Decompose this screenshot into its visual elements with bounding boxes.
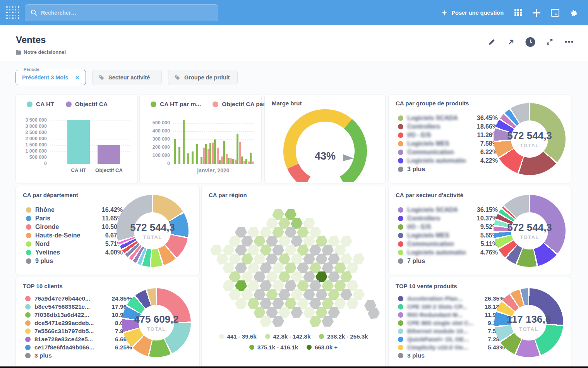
legend-row[interactable]: I/O - E/S9.52% — [398, 223, 498, 231]
search-input[interactable] — [41, 10, 213, 16]
card-ca-region-map[interactable]: CA par région 441 - 39.6k42.8k - 142.8k2… — [201, 186, 386, 368]
legend-row[interactable]: Yvelines4.00% — [26, 248, 123, 257]
legend-row[interactable]: Rhône16.42% — [26, 206, 123, 214]
bar-ca-ht[interactable] — [209, 143, 211, 164]
legend-row[interactable]: Logiciels MES5.55% — [398, 231, 498, 240]
legend-row[interactable]: dce5471e299acdeb...8.69% — [25, 319, 132, 327]
legend-row[interactable]: Ethernet module 10...7.55% — [398, 327, 505, 335]
bar-ca-ht[interactable] — [232, 159, 234, 164]
gauge-chart[interactable]: 43% — [265, 105, 386, 182]
legend-row[interactable]: Hauts-de-Seine6.67% — [26, 231, 123, 240]
auto-refresh-clock-icon[interactable] — [525, 37, 535, 47]
bar-ca-ht[interactable] — [241, 156, 243, 164]
filter-secteur[interactable]: Secteur activité — [92, 70, 162, 85]
legend-row[interactable]: 7e5566c31b797db5...7.93% — [25, 327, 132, 335]
legend-row[interactable]: Acceleration Plan...26.35% — [398, 294, 505, 303]
legend-row[interactable]: I/O - E/S11.26% — [398, 131, 498, 139]
card-ca-secteur[interactable]: CA par secteur d'activité Logiciels SCAD… — [388, 186, 571, 275]
legend-row[interactable]: RIO Redundant M...11.91% — [398, 311, 505, 319]
card-ca-departement[interactable]: CA par département Rhône16.42%Paris11.65… — [15, 186, 200, 275]
bar-ca-ht[interactable] — [201, 157, 202, 164]
sql-editor-icon[interactable] — [551, 9, 559, 17]
map-legend-dot — [249, 345, 254, 350]
card-ca-vs-objectif[interactable]: CA HTObjectif CA 3 500 0003 000 0002 500… — [15, 94, 138, 183]
legend-row[interactable]: Logiciels SCADA36.45% — [398, 114, 498, 122]
bar-objectif-ca[interactable] — [252, 162, 254, 164]
more-options-icon[interactable] — [564, 37, 574, 47]
metabase-logo-icon[interactable] — [6, 6, 19, 19]
bar-ca-ht[interactable] — [237, 134, 238, 164]
bar-Objectif CA[interactable] — [98, 145, 120, 164]
settings-gear-icon[interactable] — [569, 9, 578, 17]
donut-chart[interactable]: 572 544,3 TOTAL — [117, 195, 189, 267]
legend-row[interactable]: 7 plus — [398, 257, 498, 265]
card-marge-brut[interactable]: Marge brut 43% — [264, 94, 386, 183]
legend-row[interactable]: Logiciels SCADA36.15% — [398, 206, 498, 214]
legend-row[interactable]: Gironde10.50% — [26, 223, 123, 231]
bar-chart-ca-objectif[interactable]: 3 500 0003 000 0002 500 0002 000 0001 50… — [50, 119, 130, 164]
bar-ca-ht[interactable] — [219, 160, 221, 164]
bar-ca-ht[interactable] — [228, 158, 230, 164]
bar-chart-ca-par-mois[interactable]: 500 000400 000300 000200 000100 0000janv… — [173, 119, 254, 164]
breadcrumb[interactable]: Notre décisionnel — [16, 49, 66, 55]
bar-ca-ht[interactable] — [205, 144, 207, 164]
legend-row[interactable]: 76a9d47e76b44e0...24.85% — [25, 294, 132, 303]
browse-data-icon[interactable] — [514, 9, 522, 17]
legend-row[interactable]: Logiciels automation4.22% — [398, 156, 498, 165]
legend-row[interactable]: 3 plus — [398, 165, 498, 174]
legend-row[interactable]: QuickPanel+ 15, GE...7.28% — [398, 335, 505, 343]
legend-label: Controllers — [407, 123, 466, 130]
legend-row[interactable]: CPE 865 single slot C...9.13% — [398, 319, 505, 327]
donut-chart[interactable]: 117 136,6 TOTAL — [494, 288, 563, 357]
legend-row[interactable]: Controllers18.66% — [398, 122, 498, 131]
legend-row[interactable]: Cimplicity v10.0 Vie...5.43% — [398, 343, 505, 351]
legend-row[interactable]: Logiciels MES7.58% — [398, 139, 498, 148]
bar-ca-ht[interactable] — [250, 153, 252, 164]
donut-chart[interactable]: 572 544,3 TOTAL — [494, 103, 566, 175]
legend-row[interactable]: CPE 100 2 Slots CP...18.18% — [398, 303, 505, 311]
edit-pencil-icon[interactable] — [487, 37, 497, 47]
clear-filter-icon[interactable]: ✕ — [75, 75, 79, 81]
legend-row[interactable]: 3 plus — [398, 351, 505, 359]
legend-row[interactable]: Controllers10.37% — [398, 214, 498, 223]
bar-ca-ht[interactable] — [192, 151, 194, 164]
legend-item[interactable]: Objectif CA — [66, 101, 108, 108]
bar-ca-ht[interactable] — [187, 153, 189, 164]
card-top10-clients[interactable]: TOP 10 clients 76a9d47e76b44e0...24.85%b… — [15, 277, 200, 368]
bar-ca-ht[interactable] — [245, 159, 247, 164]
legend-item[interactable]: CA HT par m... — [151, 101, 201, 108]
donut-chart[interactable]: 475 609,2 TOTAL — [122, 288, 191, 357]
donut-chart[interactable]: 572 544,3 TOTAL — [494, 195, 566, 267]
bar-ca-ht[interactable] — [178, 147, 180, 164]
new-item-icon[interactable] — [532, 9, 541, 17]
card-ca-par-mois[interactable]: CA HT par m...Objectif CA par m... 500 0… — [139, 94, 262, 183]
card-ca-groupe-produits[interactable]: CA par groupe de produits Logiciels SCAD… — [388, 94, 571, 183]
legend-row[interactable]: Communication5.11% — [398, 240, 498, 248]
legend-row[interactable]: Nord5.71% — [26, 240, 123, 248]
bar-CA HT[interactable] — [67, 120, 90, 164]
legend-row[interactable]: 3 plus — [25, 351, 132, 359]
legend-row[interactable]: Paris11.65% — [26, 214, 123, 223]
filter-groupe-produit[interactable]: Groupe de prduit — [168, 70, 238, 85]
bar-ca-ht[interactable] — [174, 139, 176, 164]
legend-row[interactable]: 7f036db13a6d422...10.91% — [25, 311, 132, 319]
legend-row[interactable]: 81ae728e83ce42e5...6.66% — [25, 335, 132, 343]
legend-row[interactable]: Communication6.22% — [398, 148, 498, 156]
sharing-arrow-icon[interactable] — [506, 37, 516, 47]
bar-ca-ht[interactable] — [223, 141, 225, 164]
ask-question-button[interactable]: Poser une question — [441, 9, 504, 16]
filter-periode[interactable]: Période Précédent 3 Mois ✕ — [15, 70, 86, 85]
legend-dot — [398, 124, 403, 129]
card-top10-produits[interactable]: TOP 10 vente produits Acceleration Plan.… — [388, 277, 571, 368]
legend-row[interactable]: ce17f8e6fda49b066...6.25% — [25, 343, 132, 351]
legend-row[interactable]: 9 plus — [26, 257, 123, 265]
france-choropleth-map[interactable] — [210, 209, 377, 333]
legend-item[interactable]: CA HT — [27, 101, 54, 108]
bar-ca-ht[interactable] — [214, 139, 216, 164]
bar-ca-ht[interactable] — [183, 120, 185, 164]
search-bar[interactable] — [25, 4, 218, 21]
fullscreen-icon[interactable] — [545, 37, 555, 47]
bar-ca-ht[interactable] — [196, 144, 198, 164]
legend-row[interactable]: b8ee5475683821c...17.96% — [25, 303, 132, 311]
legend-row[interactable]: Logiciels automation4.76% — [398, 248, 498, 257]
